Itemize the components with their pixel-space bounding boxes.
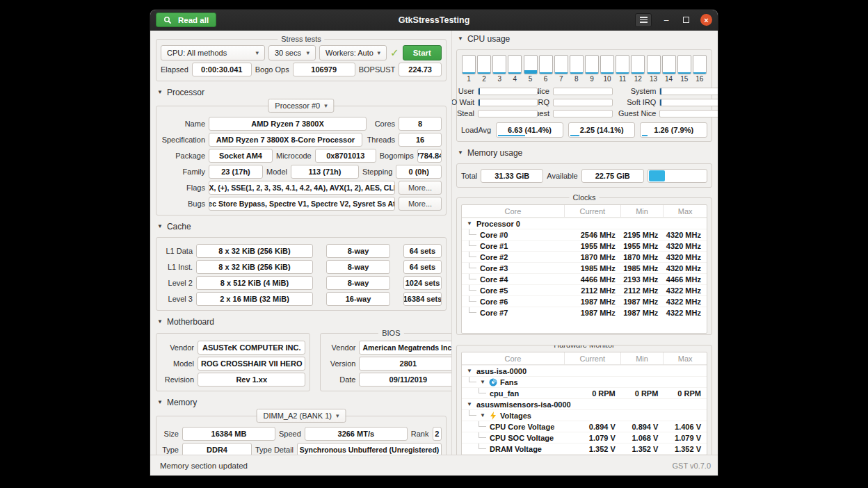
hwmon-subgroup-row[interactable]: ▼ Voltages <box>462 409 707 421</box>
softirq-label: Soft IRQ <box>627 98 656 106</box>
board-frame: Vendor ASUSTeK COMPUTER INC. Model ROG C… <box>156 333 310 391</box>
clock-row[interactable]: Core #21870 MHz1870 MHz4320 MHz <box>462 251 707 262</box>
board-vendor-label: Vendor <box>161 343 194 352</box>
memory-usage-section-header[interactable]: ▼ Memory usage <box>458 148 712 158</box>
bios-legend: BIOS <box>378 329 403 337</box>
workers-combo[interactable]: Workers: Auto▾ <box>319 45 387 60</box>
chevron-down-icon: ▾ <box>336 412 339 419</box>
start-button[interactable]: Start <box>403 45 442 60</box>
minimize-button[interactable]: – <box>661 15 671 25</box>
dimm-selector[interactable]: DIMM_A2 (BANK 1)▾ <box>257 409 346 423</box>
bops-label: BOPSUST <box>359 65 396 74</box>
size-label: Size <box>161 430 179 438</box>
clock-row[interactable]: Core #11955 MHz1955 MHz4320 MHz <box>462 240 707 251</box>
hwmon-sensor-row[interactable]: cpu_fan0 RPM0 RPM0 RPM <box>462 387 707 398</box>
board-revision-label: Revision <box>161 375 194 384</box>
expander-icon: ▼ <box>458 36 463 42</box>
processor-section-header[interactable]: ▼ Processor <box>157 88 447 97</box>
bugs-value: Spec Store Bypass, Spectre V1, Spectre V… <box>209 197 395 211</box>
chevron-down-icon: ▾ <box>324 102 328 109</box>
hwmon-col-core[interactable]: Core <box>462 352 565 364</box>
clock-row[interactable]: Core #02546 MHz2195 MHz4320 MHz <box>462 229 707 240</box>
hwmon-sensor-row[interactable]: CPU Core Voltage0.894 V0.894 V1.406 V <box>462 421 707 432</box>
expander-icon: ▼ <box>157 90 163 95</box>
cache-assoc: 8-way <box>326 244 390 258</box>
bios-date-value: 09/11/2019 <box>359 373 452 387</box>
bolt-icon <box>489 412 497 420</box>
maximize-icon <box>683 17 689 23</box>
duration-combo[interactable]: 30 secs▾ <box>268 45 316 60</box>
memory-usage-frame: Total 31.33 GiB Available 22.75 GiB <box>456 163 712 188</box>
bops-value: 224.73 <box>399 63 442 76</box>
flags-more-button[interactable]: More... <box>399 181 442 195</box>
bios-frame: BIOS Vendor American Megatrends Inc. Ver… <box>320 333 452 391</box>
clocks-group-row[interactable]: ▼Processor 0 <box>462 218 707 229</box>
maximize-button[interactable] <box>681 15 691 25</box>
clocks-col-core[interactable]: Core <box>462 205 565 217</box>
system-meter <box>659 88 718 95</box>
right-pane: ▼ CPU usage 1 2 3 4 5 6 7 8 9 10 11 12 <box>452 31 718 455</box>
cpu-usage-frame: 1 2 3 4 5 6 7 8 9 10 11 12 13 14 15 16 <box>456 49 712 142</box>
expander-icon: ▼ <box>467 368 472 374</box>
cpu-usage-section-header[interactable]: ▼ CPU usage <box>458 34 712 44</box>
hamburger-menu-button[interactable] <box>635 13 652 27</box>
cache-frame: L1 Data 8 x 32 KiB (256 KiB) 8-way 64 se… <box>156 237 447 311</box>
expander-icon: ▼ <box>467 221 472 227</box>
read-all-label: Read all <box>178 16 209 24</box>
clock-row[interactable]: Core #44466 MHz2193 MHz4466 MHz <box>462 273 707 284</box>
user-meter <box>478 88 538 95</box>
close-button[interactable]: × <box>700 14 712 26</box>
left-pane: Stress tests CPU: All methods▾ 30 secs▾ … <box>150 31 452 455</box>
search-icon <box>163 16 172 24</box>
hwmon-col-current[interactable]: Current <box>565 352 621 364</box>
core-usage-bar <box>554 55 568 74</box>
core-usage-bars: 1 2 3 4 5 6 7 8 9 10 11 12 13 14 15 16 <box>461 55 707 83</box>
guest-meter <box>553 110 613 117</box>
hwmon-sensor-row[interactable]: DRAM Voltage1.352 V1.352 V1.352 V <box>462 443 707 454</box>
clock-row[interactable]: Core #31985 MHz1985 MHz4320 MHz <box>462 262 707 273</box>
rank-label: Rank <box>411 430 429 438</box>
hwmon-sensor-row[interactable]: CPU SOC Voltage1.079 V1.068 V1.079 V <box>462 432 707 443</box>
titlebar[interactable]: Read all GtkStressTesting – × <box>150 10 718 31</box>
stressor-combo[interactable]: CPU: All methods▾ <box>161 45 265 60</box>
bios-vendor-value: American Megatrends Inc. <box>359 341 452 355</box>
iowait-label: IO Wait <box>452 98 474 106</box>
cache-row-label: L1 Data <box>161 247 193 255</box>
hwmon-subgroup-row[interactable]: ▼ Fans <box>462 376 707 387</box>
core-usage-bar <box>508 55 522 74</box>
speed-label: Speed <box>279 430 301 438</box>
core-usage-bar <box>616 55 629 74</box>
chevron-down-icon: ▾ <box>255 49 259 56</box>
cache-size: 8 x 32 KiB (256 KiB) <box>196 244 313 258</box>
bogo-ops-label: Bogo Ops <box>255 65 289 74</box>
hwmon-col-min[interactable]: Min <box>621 352 664 364</box>
available-label: Available <box>547 172 577 180</box>
read-all-button[interactable]: Read all <box>156 13 216 27</box>
model-value: 113 (71h) <box>291 165 359 179</box>
model-label: Model <box>266 168 287 176</box>
hwmon-col-max[interactable]: Max <box>664 352 707 364</box>
loadavg-1min: 6.63 (41.4%) <box>496 122 563 138</box>
clock-row[interactable]: Core #71987 MHz1987 MHz4322 MHz <box>462 307 707 318</box>
clocks-col-current[interactable]: Current <box>565 205 621 217</box>
cache-size: 2 x 16 MiB (32 MiB) <box>196 292 313 306</box>
processor-selector[interactable]: Processor #0▾ <box>268 99 334 113</box>
hwmon-group-row[interactable]: ▼asus-isa-0000 <box>462 365 707 376</box>
motherboard-section-header[interactable]: ▼ Motherboard <box>157 317 447 327</box>
hardware-monitor-frame: Hardware Monitor Core Current Min Max ▼a… <box>456 345 712 455</box>
clock-row[interactable]: Core #52112 MHz2112 MHz4322 MHz <box>462 284 707 295</box>
clocks-col-max[interactable]: Max <box>664 205 707 217</box>
memory-section-header[interactable]: ▼ Memory <box>157 398 447 407</box>
bugs-more-button[interactable]: More... <box>399 197 442 211</box>
fan-icon <box>489 378 497 387</box>
cache-size: 8 x 32 KiB (256 KiB) <box>196 260 313 274</box>
clocks-col-min[interactable]: Min <box>621 205 664 217</box>
cache-sets: 16384 sets <box>403 292 442 306</box>
type-detail-label: Type Detail <box>255 446 294 454</box>
clock-row[interactable]: Core #61987 MHz1987 MHz4322 MHz <box>462 295 707 307</box>
hwmon-group-row[interactable]: ▼asuswmisensors-isa-0000 <box>462 398 707 409</box>
core-usage-bar <box>462 55 476 74</box>
cache-section-header[interactable]: ▼ Cache <box>157 222 447 231</box>
cache-assoc: 16-way <box>326 292 390 306</box>
hardware-monitor-table: Core Current Min Max ▼asus-isa-0000 ▼ Fa… <box>461 352 707 455</box>
